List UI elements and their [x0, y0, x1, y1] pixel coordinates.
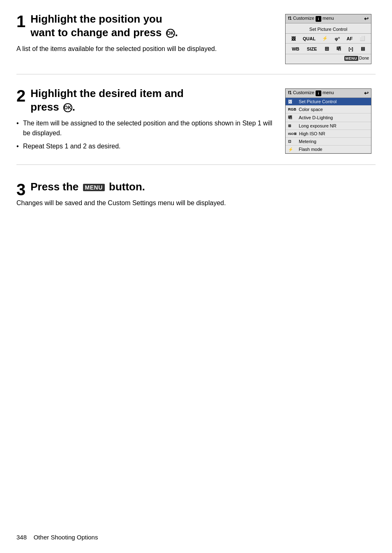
screen2-header: f1 Customize i menu ↩ [286, 89, 371, 98]
step1-left: 1 Highlight the position you want to cha… [16, 12, 277, 64]
screen2-item-icon-1: RGB [288, 107, 296, 111]
step1-heading: 1 Highlight the position you want to cha… [16, 12, 277, 39]
screen1-icon-wb: WB [292, 46, 299, 51]
screen1-icon-size: SIZE [307, 46, 317, 51]
screen2-item-label-4: High ISO NR [299, 131, 325, 136]
screen1-done-label: Done [359, 56, 369, 61]
screen2-item-label-5: Metering [299, 139, 316, 144]
screen2-item-icon-4: ISO⊞ [288, 132, 297, 136]
screen1-icon-row2: WB SIZE ⊞ 晒 [•] ▤ [286, 44, 371, 54]
screen2-back-icon: ↩ [364, 90, 369, 96]
step3-heading: 3 Press the MENU button. [16, 180, 376, 193]
screen1-icon-row1: 🖼 QUAL ⚡ φ° AF ⬜ [286, 34, 371, 44]
step1-screen-container: f1 Customize i menu ↩ Set Picture Contro… [285, 12, 376, 64]
step1-body: A list of the items available for the se… [16, 44, 277, 54]
screen2-item-label-2: Active D-Lighting [299, 115, 333, 120]
step2-bullet-1: The item will be assigned to the selecte… [16, 118, 277, 138]
screen1-icon-dot: [•] [348, 46, 353, 51]
screen2-header-title: f1 Customize i menu [288, 90, 334, 96]
info-icon-1: i [316, 16, 321, 22]
screen1-icon-list: ▤ [361, 46, 365, 51]
screen1-menu-btn: MENU [344, 56, 359, 61]
screen2-item-icon-6: ⚡ [288, 147, 296, 152]
screen2-item-label-6: Flash mode [299, 147, 322, 152]
screen1-icon-flash: ⚡ [322, 36, 328, 41]
screen1-icon-img: 🖼 [291, 36, 296, 41]
step3-heading-part1: Press the [30, 180, 81, 193]
screen1-back-icon: ↩ [364, 16, 369, 22]
ok-symbol-2: OK [63, 103, 72, 112]
screen1-icon-phi: φ° [335, 36, 340, 41]
step1-camera-screen: f1 Customize i menu ↩ Set Picture Contro… [285, 14, 371, 64]
page-footer: 348 Other Shooting Options [16, 534, 98, 541]
footer-chapter: Other Shooting Options [34, 534, 98, 541]
screen1-icon-bracket: ⬜ [360, 36, 365, 41]
step2-number: 2 [16, 88, 25, 104]
step2-bullet-2: Repeat Steps 1 and 2 as desired. [16, 141, 277, 151]
page-content: 1 Highlight the position you want to cha… [16, 12, 376, 220]
screen1-subtitle: Set Picture Control [286, 25, 371, 34]
screen1-header: f1 Customize i menu ↩ [286, 14, 371, 23]
screen2-item-4: ISO⊞ High ISO NR [286, 130, 371, 138]
info-icon-2: i [316, 90, 321, 96]
screen1-done-row: MENU Done [286, 54, 371, 62]
screen2-item-2: 晒 Active D-Lighting [286, 113, 371, 122]
step2-heading-text: Highlight the desired item and press OK. [30, 87, 184, 113]
step3-menu-word: MENU [83, 184, 105, 191]
step3-number: 3 [16, 181, 25, 198]
step2-section: 2 Highlight the desired item and press O… [16, 87, 376, 165]
screen2-item-1: RGB Color space [286, 106, 371, 113]
step2-screen-container: f1 Customize i menu ↩ 🖼 Set Picture Cont… [285, 87, 376, 155]
screen1-icon-af: AF [347, 36, 353, 41]
step2-heading: 2 Highlight the desired item and press O… [16, 87, 277, 113]
footer-page-number: 348 [16, 534, 27, 541]
step2-left: 2 Highlight the desired item and press O… [16, 87, 277, 155]
screen2-item-label-3: Long exposure NR [299, 123, 337, 128]
step2-body: The item will be assigned to the selecte… [16, 118, 277, 151]
screen2-item-6: ⚡ Flash mode [286, 146, 371, 153]
screen1-body: Set Picture Control 🖼 QUAL ⚡ φ° AF ⬜ WB … [286, 23, 371, 64]
screen2-item-5: ⊡ Metering [286, 138, 371, 146]
step1-heading-text: Highlight the position you want to chang… [30, 13, 178, 39]
screen2-item-icon-3: ⊞ [288, 124, 296, 128]
screen2-item-3: ⊞ Long exposure NR [286, 122, 371, 130]
screen2-list: 🖼 Set Picture Control RGB Color space 晒 … [286, 98, 371, 153]
screen2-item-icon-5: ⊡ [288, 139, 296, 143]
screen1-icon-qual: QUAL [303, 36, 316, 41]
screen2-item-label-1: Color space [299, 107, 323, 112]
step2-bullet-list: The item will be assigned to the selecte… [16, 118, 277, 151]
step3-body: Changes will be saved and the Custom Set… [16, 198, 376, 208]
screen2-item-icon-0: 🖼 [288, 99, 296, 104]
step2-camera-screen: f1 Customize i menu ↩ 🖼 Set Picture Cont… [285, 88, 371, 154]
step1-number: 1 [16, 13, 25, 30]
ok-symbol-1: OK [166, 29, 175, 38]
step1-section: 1 Highlight the position you want to cha… [16, 12, 376, 74]
screen2-item-icon-2: 晒 [288, 115, 296, 120]
screen1-icon-sun: 晒 [337, 46, 341, 52]
step3-heading-part2: button. [106, 180, 145, 193]
screen2-item-label-0: Set Picture Control [299, 99, 337, 104]
screen1-icon-grid: ⊞ [325, 46, 329, 52]
screen2-item-0: 🖼 Set Picture Control [286, 98, 371, 106]
screen1-header-title: f1 Customize i menu [288, 16, 334, 21]
step3-section: 3 Press the MENU button. Changes will be… [16, 177, 376, 220]
